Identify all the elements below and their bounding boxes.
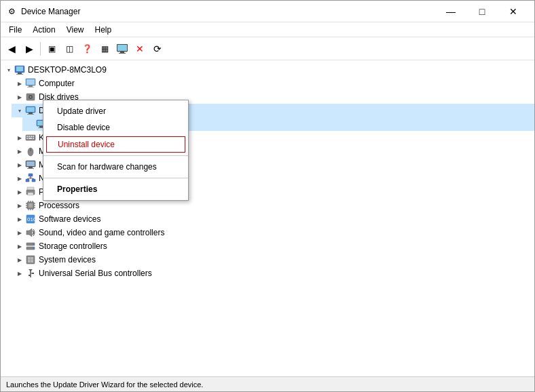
svg-rect-39: [32, 179, 35, 182]
svg-rect-27: [33, 136, 34, 137]
tree-processors[interactable]: ▶: [12, 199, 534, 212]
mice-expander: ▶: [14, 146, 25, 157]
toolbar: ◀ ▶ ▣ ◫ ❓ ▦ ✕ ⟳: [1, 37, 534, 60]
app-icon: ⚙: [6, 6, 17, 17]
device-tree-panel[interactable]: ▾ DESKTOP-8MC3LO9 ▶: [1, 60, 534, 376]
ctx-properties[interactable]: Properties: [43, 181, 188, 197]
tree-root[interactable]: ▾ DESKTOP-8MC3LO9: [1, 63, 534, 77]
svg-rect-36: [27, 168, 34, 169]
svg-marker-72: [29, 269, 33, 271]
menu-bar: File Action View Help: [1, 22, 534, 37]
window-title: Device Manager: [21, 7, 435, 16]
toolbar-separator-1: [40, 42, 41, 56]
display-button[interactable]: [114, 41, 130, 57]
svg-rect-24: [26, 136, 28, 137]
sound-label: Sound, video and game controllers: [39, 228, 164, 237]
svg-rect-35: [29, 167, 33, 168]
window-controls: — □ ✕: [435, 1, 529, 22]
proc-icon: [25, 200, 36, 211]
storage-icon: [25, 241, 36, 252]
status-bar: Launches the Update Driver Wizard for th…: [1, 376, 534, 391]
tree-software-devices[interactable]: ▶ 0101 Software devices: [12, 212, 534, 226]
ctx-update-driver[interactable]: Update driver: [43, 103, 188, 119]
monitors-expander: ▶: [14, 159, 25, 170]
print-icon: [25, 187, 36, 197]
device-manager-window: ⚙ Device Manager — □ ✕ File Action View …: [0, 0, 535, 392]
svg-point-65: [33, 243, 34, 245]
svg-rect-6: [18, 73, 22, 74]
svg-line-41: [27, 178, 31, 179]
update-driver-button[interactable]: ◫: [61, 41, 77, 57]
usb-expander: ▶: [14, 268, 25, 279]
svg-rect-28: [26, 138, 28, 139]
tree-sound[interactable]: ▶ Sound, video and game controllers: [12, 226, 534, 239]
mice-icon: [25, 146, 36, 157]
sw-icon: 0101: [25, 214, 36, 224]
menu-action[interactable]: Action: [27, 24, 60, 36]
uninstall-button[interactable]: ✕: [132, 41, 148, 57]
menu-help[interactable]: Help: [90, 24, 117, 36]
ctx-disable-device[interactable]: Disable device: [43, 119, 188, 136]
ctx-scan-hardware[interactable]: Scan for hardware changes: [43, 159, 188, 175]
disk-expander: ▶: [14, 92, 25, 102]
kb-expander: ▶: [14, 132, 25, 143]
minimize-button[interactable]: —: [435, 1, 466, 22]
computer-icon: [25, 78, 36, 89]
display-expander: ▾: [14, 105, 25, 116]
tree-storage[interactable]: ▶ Storage controllers: [12, 239, 534, 253]
system-devices-label: System devices: [39, 255, 96, 264]
storage-expander: ▶: [14, 241, 25, 252]
storage-label: Storage controllers: [39, 241, 107, 251]
svg-rect-2: [120, 52, 124, 53]
sound-icon: [25, 227, 36, 238]
svg-rect-25: [29, 136, 30, 137]
svg-rect-30: [33, 138, 34, 139]
sw-expander: ▶: [14, 214, 25, 224]
svg-rect-16: [26, 107, 35, 112]
back-button[interactable]: ◀: [3, 41, 20, 57]
content-area: ▾ DESKTOP-8MC3LO9 ▶: [1, 60, 534, 376]
root-icon: [14, 64, 25, 75]
svg-rect-45: [28, 193, 33, 195]
context-menu: Update driver Disable device Uninstall d…: [43, 100, 189, 201]
help-button[interactable]: ❓: [79, 41, 95, 57]
ctx-separator-1: [43, 155, 188, 156]
menu-view[interactable]: View: [61, 24, 90, 36]
svg-point-66: [33, 248, 34, 249]
ctx-uninstall-device[interactable]: Uninstall device: [46, 136, 185, 153]
tree-computer[interactable]: ▶ Computer: [12, 77, 534, 90]
monitors-icon: [25, 159, 36, 170]
svg-rect-5: [16, 66, 23, 71]
display-icon: [25, 105, 36, 116]
computer-label: Computer: [39, 79, 75, 88]
svg-rect-10: [29, 85, 33, 87]
device-manager-button[interactable]: ▦: [96, 41, 113, 57]
root-label: DESKTOP-8MC3LO9: [28, 65, 107, 75]
close-button[interactable]: ✕: [498, 1, 529, 22]
svg-text:0101: 0101: [27, 216, 36, 222]
forward-button[interactable]: ▶: [21, 41, 37, 57]
root-expander: ▾: [3, 64, 14, 75]
status-text: Launches the Update Driver Wizard for th…: [6, 380, 203, 389]
menu-file[interactable]: File: [3, 24, 27, 36]
scan-button[interactable]: ⟳: [149, 41, 166, 57]
svg-rect-29: [29, 138, 32, 139]
ctx-separator-2: [43, 178, 188, 178]
svg-rect-26: [31, 136, 32, 137]
tree-usb[interactable]: ▶ Universal Serial Bus controllers: [12, 267, 534, 280]
svg-rect-7: [16, 74, 23, 75]
svg-rect-38: [26, 179, 29, 182]
tree-system-devices[interactable]: ▶ System devices: [12, 253, 534, 267]
svg-rect-34: [26, 161, 35, 166]
svg-rect-9: [26, 79, 35, 85]
properties-button[interactable]: ▣: [43, 41, 60, 57]
sys-expander: ▶: [14, 254, 25, 265]
sound-expander: ▶: [14, 227, 25, 238]
svg-line-42: [31, 178, 34, 179]
network-icon: [25, 173, 36, 184]
svg-rect-47: [29, 203, 33, 208]
title-bar: ⚙ Device Manager — □ ✕: [1, 1, 534, 22]
maximize-button[interactable]: □: [466, 1, 498, 22]
svg-rect-18: [27, 114, 34, 115]
proc-expander: ▶: [14, 200, 25, 211]
